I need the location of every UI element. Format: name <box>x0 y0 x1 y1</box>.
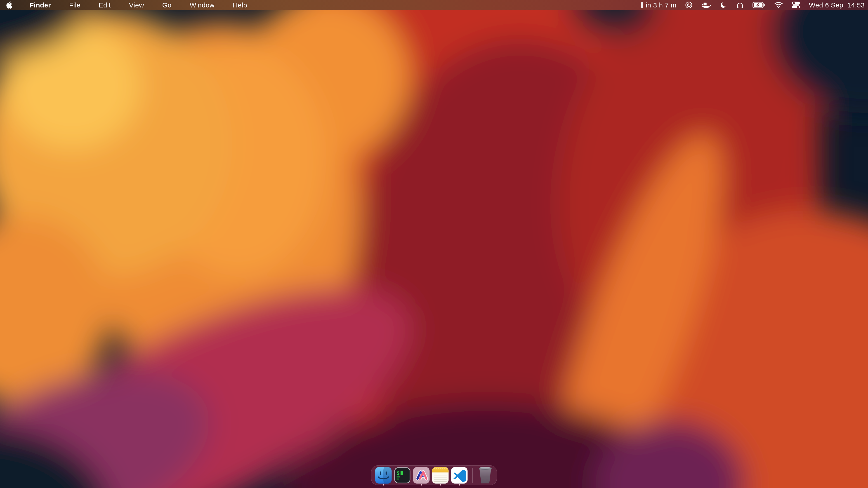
dock-separator <box>472 468 473 483</box>
letter-a-app-icon <box>413 467 430 484</box>
countdown-bar-icon <box>641 2 643 8</box>
desktop[interactable]: Finder File Edit View Go Window Help in … <box>0 0 868 488</box>
terminal-icon: $ <box>394 467 411 484</box>
dock-item-trash[interactable] <box>477 467 493 484</box>
running-indicator <box>440 484 441 486</box>
dock-item-letter-a-app[interactable] <box>413 467 430 486</box>
headphones-icon[interactable] <box>732 0 748 10</box>
menu-bar-clock[interactable]: Wed 6 Sep 14:53 <box>804 0 868 10</box>
wifi-icon[interactable] <box>770 0 787 10</box>
app-menu-title[interactable]: Finder <box>20 0 60 10</box>
running-indicator <box>459 484 460 486</box>
vscode-icon <box>451 467 468 484</box>
finder-icon <box>375 467 392 484</box>
running-indicator <box>383 484 384 486</box>
dock: $ <box>371 465 497 485</box>
battery-charging-icon[interactable] <box>748 0 770 10</box>
menu-bar: Finder File Edit View Go Window Help in … <box>0 0 868 10</box>
control-center-icon[interactable] <box>787 0 805 10</box>
focus-moon-icon[interactable] <box>716 0 732 10</box>
trash-icon <box>479 467 492 483</box>
apple-menu[interactable] <box>0 0 20 10</box>
countdown-label: in 3 h 7 m <box>646 1 677 9</box>
menu-go[interactable]: Go <box>153 0 181 10</box>
dock-item-terminal[interactable]: $ <box>394 467 411 486</box>
menu-bar-status: in 3 h 7 m <box>637 0 868 10</box>
event-countdown[interactable]: in 3 h 7 m <box>637 0 681 10</box>
docker-whale-icon[interactable] <box>697 0 716 10</box>
menu-view[interactable]: View <box>120 0 153 10</box>
menu-edit[interactable]: Edit <box>90 0 120 10</box>
menu-help[interactable]: Help <box>223 0 256 10</box>
running-indicator <box>421 484 422 486</box>
menu-file[interactable]: File <box>60 0 90 10</box>
menu-bar-left: Finder File Edit View Go Window Help <box>0 0 256 10</box>
apple-logo-icon <box>6 1 12 9</box>
dock-item-notes[interactable] <box>432 467 449 486</box>
dock-item-finder[interactable] <box>375 467 392 486</box>
dock-item-vscode[interactable] <box>451 467 468 486</box>
power-ring-icon[interactable] <box>681 0 697 10</box>
clock-time: 14:53 <box>847 1 865 9</box>
clock-date: Wed 6 Sep <box>809 1 843 9</box>
wallpaper <box>0 0 868 488</box>
svg-text:$: $ <box>397 470 400 476</box>
notes-icon <box>432 467 449 484</box>
menu-window[interactable]: Window <box>181 0 223 10</box>
